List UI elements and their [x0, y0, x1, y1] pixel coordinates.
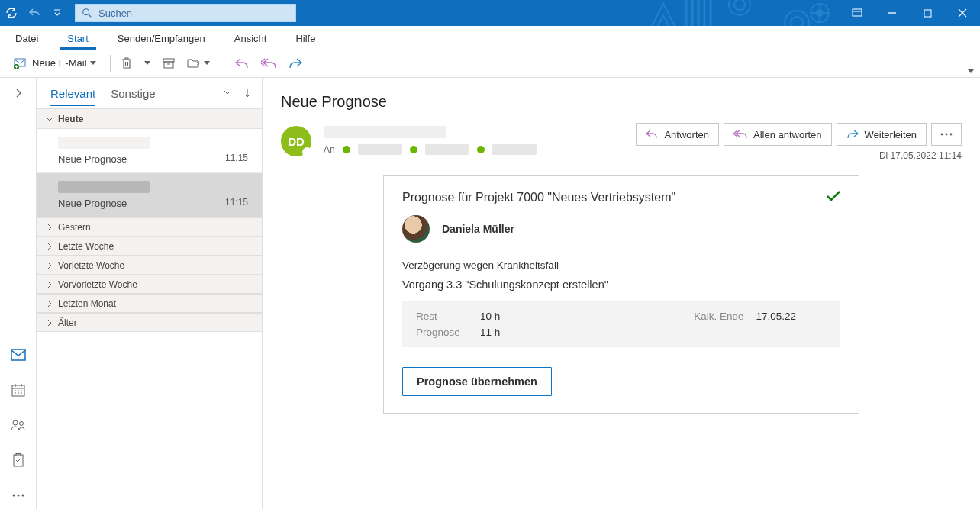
- archive-button[interactable]: [158, 53, 179, 74]
- reply-icon: [235, 58, 249, 69]
- chevron-right-icon: [46, 319, 53, 327]
- close-icon[interactable]: [945, 0, 980, 26]
- group-label: Letzte Woche: [58, 241, 114, 252]
- group-vorvorletzte-woche[interactable]: Vorvorletzte Woche: [37, 275, 262, 294]
- separator: [110, 55, 111, 72]
- chevron-down-icon: [46, 115, 53, 123]
- more-actions-button[interactable]: [931, 123, 962, 146]
- svg-rect-7: [853, 9, 862, 16]
- message-item[interactable]: Neue Prognose 11:15: [37, 173, 262, 217]
- chevron-right-icon: [46, 300, 53, 308]
- tasks-icon[interactable]: [11, 453, 26, 468]
- reply-all-label: Allen antworten: [753, 129, 822, 140]
- avatar: DD: [281, 126, 311, 156]
- group-label: Gestern: [58, 222, 91, 233]
- message-from-placeholder: [58, 181, 150, 193]
- title-bar: Suchen: [0, 0, 980, 26]
- ribbon: Neue E-Mail: [0, 49, 980, 78]
- filter-tab-relevant[interactable]: Relevant: [50, 82, 95, 105]
- group-label: Vorletzte Woche: [58, 260, 124, 271]
- forward-button[interactable]: [284, 53, 307, 74]
- reply-label: Antworten: [664, 129, 709, 140]
- svg-rect-13: [11, 350, 25, 360]
- card-task: Vorgang 3.3 "Schulungskonzept erstellen": [402, 279, 840, 291]
- svg-rect-12: [164, 62, 173, 68]
- move-button[interactable]: [182, 53, 214, 74]
- ellipsis-icon: [940, 133, 953, 136]
- group-vorletzte-woche[interactable]: Vorletzte Woche: [37, 256, 262, 275]
- group-letzten-monat[interactable]: Letzten Monat: [37, 294, 262, 313]
- stat-label: Kalk. Ende: [694, 311, 743, 338]
- calendar-icon[interactable]: [11, 382, 26, 398]
- reply-all-button[interactable]: Allen antworten: [724, 123, 832, 146]
- svg-point-23: [946, 134, 948, 136]
- stat-value: 11 h: [480, 327, 500, 338]
- svg-point-1: [729, 0, 750, 15]
- chevron-right-icon: [46, 243, 53, 250]
- chevron-down-icon: [144, 61, 150, 65]
- reply-all-icon: [261, 58, 276, 69]
- reply-all-button[interactable]: [256, 53, 281, 74]
- apply-prognose-button[interactable]: Prognose übernehmen: [402, 367, 552, 396]
- recipient-placeholder: [425, 144, 469, 155]
- expand-folder-pane-button[interactable]: [11, 85, 26, 101]
- mail-plus-icon: [14, 57, 27, 69]
- chevron-right-icon: [46, 224, 53, 231]
- tab-datei[interactable]: Datei: [8, 28, 46, 49]
- group-gestern[interactable]: Gestern: [37, 217, 262, 237]
- reply-button[interactable]: [230, 53, 253, 74]
- stat-label: Prognose: [416, 327, 462, 338]
- delete-dropdown[interactable]: [140, 53, 155, 74]
- delete-button[interactable]: [117, 53, 137, 74]
- card-body: Verzögerung wegen Krankheitsfall: [402, 259, 840, 271]
- more-icon[interactable]: [11, 488, 26, 503]
- avatar-initials: DD: [288, 135, 305, 148]
- person-name: Daniela Müller: [442, 223, 514, 235]
- search-placeholder: Suchen: [98, 8, 132, 19]
- chevron-down-icon: [90, 61, 96, 65]
- mail-icon[interactable]: [11, 347, 26, 362]
- qat-dropdown-icon[interactable]: [46, 0, 69, 26]
- sort-icon[interactable]: [243, 89, 251, 98]
- ribbon-display-icon[interactable]: [840, 0, 875, 26]
- filter-tab-sonstige[interactable]: Sonstige: [111, 82, 155, 105]
- chevron-down-icon: [968, 69, 974, 73]
- svg-point-4: [791, 17, 803, 26]
- maximize-icon[interactable]: [910, 0, 945, 26]
- svg-point-2: [734, 0, 745, 10]
- archive-icon: [163, 58, 175, 69]
- message-item[interactable]: Neue Prognose 11:15: [37, 129, 262, 173]
- presence-dot-icon: [343, 146, 350, 153]
- new-mail-button[interactable]: Neue E-Mail: [9, 53, 101, 74]
- tab-hilfe[interactable]: Hilfe: [288, 28, 323, 49]
- svg-point-24: [950, 134, 953, 136]
- reply-button[interactable]: Antworten: [636, 123, 719, 146]
- group-aelter[interactable]: Älter: [37, 313, 262, 332]
- search-input[interactable]: Suchen: [75, 4, 296, 22]
- search-icon: [82, 8, 92, 18]
- recipients-row: An: [324, 144, 537, 155]
- stat-value: 17.05.22: [756, 311, 796, 338]
- card-title: Prognose für Projekt 7000 "Neues Vertrie…: [402, 191, 675, 205]
- forward-button[interactable]: Weiterleiten: [837, 123, 927, 146]
- tab-ansicht[interactable]: Ansicht: [227, 28, 275, 49]
- filter-dropdown-icon[interactable]: [224, 89, 231, 98]
- recipient-placeholder: [492, 144, 537, 155]
- group-label: Heute: [58, 114, 83, 124]
- collapse-ribbon-button[interactable]: [968, 64, 974, 76]
- tab-senden-empfangen[interactable]: Senden/Empfangen: [110, 28, 213, 49]
- svg-point-19: [12, 495, 15, 497]
- tab-start[interactable]: Start: [60, 28, 95, 49]
- forward-icon: [846, 130, 859, 139]
- group-letzte-woche[interactable]: Letzte Woche: [37, 237, 262, 256]
- undo-icon[interactable]: [23, 0, 46, 26]
- move-icon: [187, 58, 201, 69]
- minimize-icon[interactable]: [875, 0, 910, 26]
- people-icon[interactable]: [11, 417, 26, 433]
- from-placeholder: [324, 126, 446, 138]
- refresh-icon[interactable]: [0, 0, 23, 26]
- titlebar-decoration: [644, 0, 858, 26]
- chevron-right-icon: [46, 281, 53, 288]
- group-heute[interactable]: Heute: [37, 108, 262, 129]
- prognose-card: Prognose für Projekt 7000 "Neues Vertrie…: [383, 175, 859, 414]
